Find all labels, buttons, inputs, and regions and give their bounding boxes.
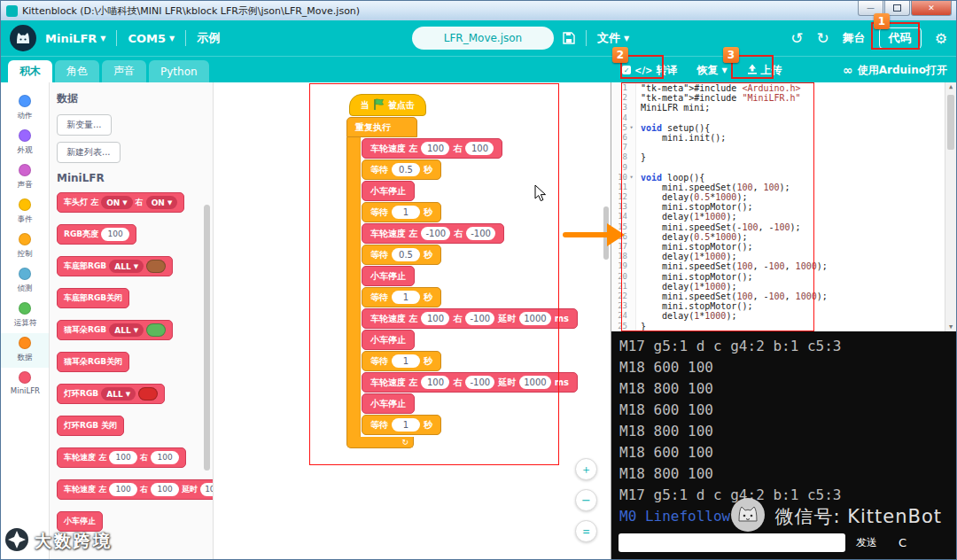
restore-dropdown[interactable]: 恢复 ▼ — [696, 63, 727, 78]
send-button[interactable]: 发送 — [856, 535, 877, 550]
script-workspace[interactable]: 当被点击 重复执行 车轮速度 左100右100等待0.5秒小车停止等待1秒车轮速… — [214, 82, 611, 559]
car-stop-block[interactable]: 小车停止 — [362, 266, 415, 286]
block-color-input[interactable] — [146, 323, 166, 337]
block-number-input[interactable]: 100 — [151, 451, 179, 464]
wait-block[interactable]: 等待1秒 — [362, 415, 441, 435]
scroll-up-icon[interactable]: ▲ — [945, 83, 956, 90]
tab-sound[interactable]: 声音 — [102, 60, 146, 82]
block-number-input[interactable]: 100 — [109, 451, 137, 464]
block-number-input[interactable]: 1 — [392, 291, 420, 304]
zoom-out-button[interactable]: − — [575, 489, 597, 511]
gear-icon[interactable]: ⚙ — [935, 30, 947, 47]
block-number-input[interactable]: -100 — [466, 227, 495, 240]
tab-blocks[interactable]: 积木 — [8, 60, 52, 82]
forever-block-header[interactable]: 重复执行 — [346, 117, 417, 137]
new-variable-button[interactable]: 新变量... — [57, 114, 112, 136]
ring-rgb-block[interactable]: 灯环RGBALL▼ — [57, 384, 165, 404]
ear-rgb-off-block[interactable]: 猫耳朵RGB关闭 — [57, 352, 129, 372]
sidebar-category-looks[interactable]: 外观 — [1, 126, 49, 160]
block-number-input[interactable]: 0.5 — [392, 163, 420, 176]
block-number-input[interactable]: 1 — [392, 418, 420, 432]
stage-view-button[interactable]: 舞台 — [843, 30, 866, 46]
block-dropdown[interactable]: ALL▼ — [109, 323, 144, 337]
wait-block[interactable]: 等待1秒 — [362, 287, 441, 307]
sidebar-category-data[interactable]: 数据 — [1, 333, 49, 368]
code-view-button[interactable]: 代码 — [879, 27, 922, 49]
open-arduino-button[interactable]: ∞ 使用Arduino打开 — [843, 57, 947, 83]
block-number-input[interactable]: 1000 — [519, 376, 550, 389]
console-input[interactable] — [619, 533, 845, 552]
when-flag-clicked-block[interactable]: 当被点击 — [349, 94, 426, 116]
wheel-speed-block[interactable]: 车轮速度 左100右100 — [362, 138, 502, 159]
workspace-scrollbar[interactable] — [603, 206, 609, 260]
block-number-input[interactable]: 1 — [392, 206, 420, 219]
sidebar-category-operators[interactable]: 运算符 — [1, 299, 49, 333]
car-stop-block[interactable]: 小车停止 — [362, 330, 415, 350]
clear-button[interactable]: C — [899, 536, 906, 549]
block-number-input[interactable]: 100 — [101, 228, 129, 241]
block-number-input[interactable]: 100 — [465, 142, 494, 155]
zoom-reset-button[interactable]: ＝ — [575, 520, 597, 542]
ear-rgb-block[interactable]: 猫耳朵RGBALL▼ — [57, 320, 173, 340]
sidebar-category-events[interactable]: 事件 — [1, 195, 49, 229]
wait-block[interactable]: 等待0.5秒 — [362, 159, 441, 180]
bottom-rgb-off-block[interactable]: 车底部RGB关闭 — [57, 288, 129, 308]
new-list-button[interactable]: 新建列表... — [57, 142, 121, 163]
ring-rgb-off-block[interactable]: 灯环RGB 关闭 — [57, 416, 124, 436]
save-icon[interactable] — [563, 32, 575, 44]
wheel-speed-delay-block[interactable]: 车轮速度 左100右-100延时1000ms — [362, 372, 578, 393]
bottom-rgb-block[interactable]: 车底部RGBALL▼ — [57, 256, 173, 276]
wheel-speed-block[interactable]: 车轮速度 左100右100 — [57, 447, 186, 468]
sidebar-category-control[interactable]: 控制 — [1, 229, 49, 264]
block-dropdown[interactable]: ON▼ — [146, 196, 178, 209]
block-number-input[interactable]: 100 — [421, 142, 449, 155]
block-dropdown[interactable]: ALL▼ — [109, 260, 144, 273]
scrollbar-thumb[interactable] — [947, 95, 954, 150]
file-menu[interactable]: 文件▼ — [597, 30, 629, 46]
wheel-speed-block[interactable]: 车轮速度 左-100右-100 — [362, 223, 504, 244]
wait-block[interactable]: 等待1秒 — [362, 202, 441, 222]
port-dropdown[interactable]: COM5▼ — [128, 32, 175, 45]
sidebar-category-sound[interactable]: 声音 — [1, 160, 49, 195]
sidebar-category-minilfr[interactable]: MiniLFR — [1, 368, 49, 400]
device-dropdown[interactable]: MiniLFR▼ — [45, 32, 105, 45]
filename-field[interactable]: LFR_Move.json — [412, 27, 554, 50]
close-button[interactable]: ✕ — [911, 1, 952, 16]
block-number-input[interactable]: 1000 — [200, 483, 214, 496]
translate-button[interactable]: ✓ </> 转译 — [622, 63, 677, 78]
block-number-input[interactable]: -100 — [465, 312, 494, 325]
block-number-input[interactable]: 1000 — [519, 312, 550, 325]
block-dropdown[interactable]: ALL▼ — [101, 387, 136, 401]
examples-button[interactable]: 示例 — [197, 30, 220, 46]
scroll-down-icon[interactable]: ▼ — [945, 323, 956, 331]
wheel-speed-delay-block[interactable]: 车轮速度 左100右100延时1000 — [57, 479, 214, 500]
tab-python[interactable]: Python — [149, 60, 209, 82]
undo-icon[interactable]: ↺ — [790, 31, 803, 46]
upload-button[interactable]: 上传 — [747, 63, 782, 78]
wait-block[interactable]: 等待1秒 — [362, 351, 441, 371]
block-number-input[interactable]: 100 — [421, 312, 449, 325]
code-editor[interactable]: 1"tk-meta">#include <Arduino.h>2"tk-meta… — [611, 82, 956, 331]
code-scrollbar[interactable]: ▲ ▼ — [945, 82, 956, 331]
zoom-in-button[interactable]: ＋ — [575, 458, 597, 480]
tab-sprites[interactable]: 角色 — [55, 60, 99, 82]
headlight-block[interactable]: 车头灯 左ON▼右ON▼ — [57, 192, 184, 213]
wheel-speed-delay-block[interactable]: 车轮速度 左100右-100延时1000ms — [362, 308, 578, 329]
block-number-input[interactable]: 0.5 — [392, 248, 420, 261]
block-number-input[interactable]: 100 — [421, 376, 449, 389]
redo-icon[interactable]: ↻ — [816, 31, 829, 46]
block-color-input[interactable] — [138, 387, 158, 401]
sidebar-category-motion[interactable]: 动作 — [1, 91, 49, 126]
wait-block[interactable]: 等待0.5秒 — [362, 245, 441, 265]
block-number-input[interactable]: -100 — [465, 376, 494, 389]
forever-block[interactable]: 重复执行 车轮速度 左100右100等待0.5秒小车停止等待1秒车轮速度 左-1… — [346, 117, 578, 448]
car-stop-block[interactable]: 小车停止 — [362, 393, 415, 414]
block-number-input[interactable]: 1 — [392, 354, 420, 368]
block-number-input[interactable]: -100 — [421, 227, 450, 240]
block-number-input[interactable]: 100 — [109, 483, 137, 496]
block-color-input[interactable] — [146, 260, 166, 273]
sidebar-category-sensing[interactable]: 侦测 — [1, 264, 49, 299]
block-number-input[interactable]: 100 — [151, 483, 179, 496]
palette-scrollbar[interactable] — [204, 205, 210, 471]
car-stop-block[interactable]: 小车停止 — [362, 181, 415, 201]
